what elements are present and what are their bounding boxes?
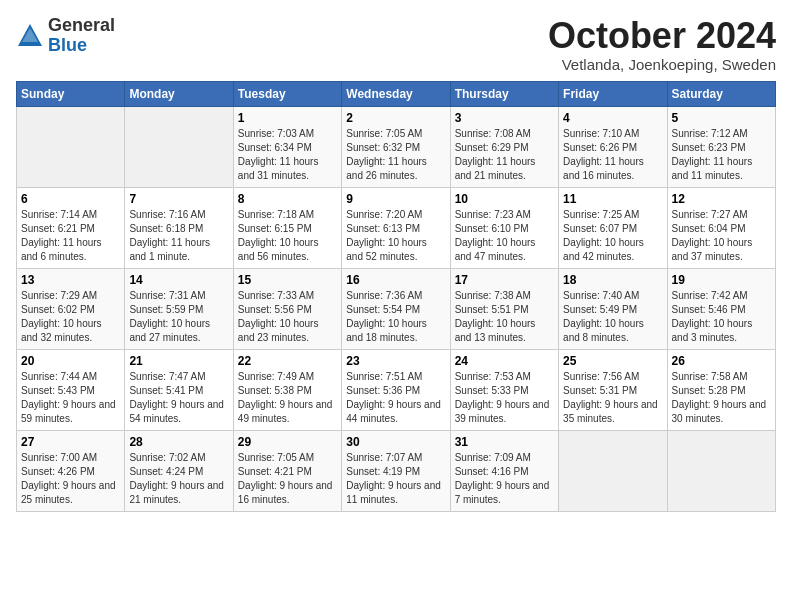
- day-info: Sunrise: 7:05 AM Sunset: 6:32 PM Dayligh…: [346, 127, 445, 183]
- weekday-header-monday: Monday: [125, 81, 233, 106]
- day-info: Sunrise: 7:36 AM Sunset: 5:54 PM Dayligh…: [346, 289, 445, 345]
- day-info: Sunrise: 7:09 AM Sunset: 4:16 PM Dayligh…: [455, 451, 554, 507]
- calendar-cell: 9Sunrise: 7:20 AM Sunset: 6:13 PM Daylig…: [342, 187, 450, 268]
- page-header: General Blue October 2024 Vetlanda, Joen…: [16, 16, 776, 73]
- calendar-cell: 6Sunrise: 7:14 AM Sunset: 6:21 PM Daylig…: [17, 187, 125, 268]
- calendar-week-row: 6Sunrise: 7:14 AM Sunset: 6:21 PM Daylig…: [17, 187, 776, 268]
- day-number: 24: [455, 354, 554, 368]
- location-subtitle: Vetlanda, Joenkoeping, Sweden: [548, 56, 776, 73]
- calendar-cell: 27Sunrise: 7:00 AM Sunset: 4:26 PM Dayli…: [17, 430, 125, 511]
- day-info: Sunrise: 7:27 AM Sunset: 6:04 PM Dayligh…: [672, 208, 771, 264]
- day-info: Sunrise: 7:08 AM Sunset: 6:29 PM Dayligh…: [455, 127, 554, 183]
- day-info: Sunrise: 7:53 AM Sunset: 5:33 PM Dayligh…: [455, 370, 554, 426]
- day-number: 29: [238, 435, 337, 449]
- month-title: October 2024: [548, 16, 776, 56]
- calendar-table: SundayMondayTuesdayWednesdayThursdayFrid…: [16, 81, 776, 512]
- day-number: 15: [238, 273, 337, 287]
- calendar-cell: 13Sunrise: 7:29 AM Sunset: 6:02 PM Dayli…: [17, 268, 125, 349]
- day-info: Sunrise: 7:29 AM Sunset: 6:02 PM Dayligh…: [21, 289, 120, 345]
- day-number: 28: [129, 435, 228, 449]
- day-info: Sunrise: 7:56 AM Sunset: 5:31 PM Dayligh…: [563, 370, 662, 426]
- day-number: 12: [672, 192, 771, 206]
- day-info: Sunrise: 7:31 AM Sunset: 5:59 PM Dayligh…: [129, 289, 228, 345]
- calendar-body: 1Sunrise: 7:03 AM Sunset: 6:34 PM Daylig…: [17, 106, 776, 511]
- calendar-cell: 16Sunrise: 7:36 AM Sunset: 5:54 PM Dayli…: [342, 268, 450, 349]
- day-number: 6: [21, 192, 120, 206]
- weekday-header-sunday: Sunday: [17, 81, 125, 106]
- calendar-cell: 26Sunrise: 7:58 AM Sunset: 5:28 PM Dayli…: [667, 349, 775, 430]
- calendar-cell: 1Sunrise: 7:03 AM Sunset: 6:34 PM Daylig…: [233, 106, 341, 187]
- calendar-cell: [667, 430, 775, 511]
- calendar-cell: 20Sunrise: 7:44 AM Sunset: 5:43 PM Dayli…: [17, 349, 125, 430]
- day-number: 9: [346, 192, 445, 206]
- day-info: Sunrise: 7:03 AM Sunset: 6:34 PM Dayligh…: [238, 127, 337, 183]
- day-info: Sunrise: 7:12 AM Sunset: 6:23 PM Dayligh…: [672, 127, 771, 183]
- day-number: 13: [21, 273, 120, 287]
- logo: General Blue: [16, 16, 115, 56]
- weekday-header-saturday: Saturday: [667, 81, 775, 106]
- day-number: 22: [238, 354, 337, 368]
- logo-text: General Blue: [48, 16, 115, 56]
- weekday-header-row: SundayMondayTuesdayWednesdayThursdayFrid…: [17, 81, 776, 106]
- day-info: Sunrise: 7:20 AM Sunset: 6:13 PM Dayligh…: [346, 208, 445, 264]
- calendar-week-row: 13Sunrise: 7:29 AM Sunset: 6:02 PM Dayli…: [17, 268, 776, 349]
- weekday-header-wednesday: Wednesday: [342, 81, 450, 106]
- calendar-cell: 18Sunrise: 7:40 AM Sunset: 5:49 PM Dayli…: [559, 268, 667, 349]
- calendar-cell: [559, 430, 667, 511]
- calendar-cell: 4Sunrise: 7:10 AM Sunset: 6:26 PM Daylig…: [559, 106, 667, 187]
- day-number: 1: [238, 111, 337, 125]
- calendar-cell: 2Sunrise: 7:05 AM Sunset: 6:32 PM Daylig…: [342, 106, 450, 187]
- calendar-cell: 7Sunrise: 7:16 AM Sunset: 6:18 PM Daylig…: [125, 187, 233, 268]
- calendar-header: SundayMondayTuesdayWednesdayThursdayFrid…: [17, 81, 776, 106]
- day-info: Sunrise: 7:14 AM Sunset: 6:21 PM Dayligh…: [21, 208, 120, 264]
- day-info: Sunrise: 7:58 AM Sunset: 5:28 PM Dayligh…: [672, 370, 771, 426]
- day-number: 2: [346, 111, 445, 125]
- calendar-week-row: 27Sunrise: 7:00 AM Sunset: 4:26 PM Dayli…: [17, 430, 776, 511]
- day-info: Sunrise: 7:33 AM Sunset: 5:56 PM Dayligh…: [238, 289, 337, 345]
- weekday-header-tuesday: Tuesday: [233, 81, 341, 106]
- calendar-cell: 12Sunrise: 7:27 AM Sunset: 6:04 PM Dayli…: [667, 187, 775, 268]
- calendar-cell: 8Sunrise: 7:18 AM Sunset: 6:15 PM Daylig…: [233, 187, 341, 268]
- weekday-header-thursday: Thursday: [450, 81, 558, 106]
- day-number: 23: [346, 354, 445, 368]
- day-number: 17: [455, 273, 554, 287]
- day-number: 4: [563, 111, 662, 125]
- logo-icon: [16, 22, 44, 50]
- day-info: Sunrise: 7:42 AM Sunset: 5:46 PM Dayligh…: [672, 289, 771, 345]
- day-number: 5: [672, 111, 771, 125]
- day-number: 11: [563, 192, 662, 206]
- day-info: Sunrise: 7:49 AM Sunset: 5:38 PM Dayligh…: [238, 370, 337, 426]
- day-info: Sunrise: 7:00 AM Sunset: 4:26 PM Dayligh…: [21, 451, 120, 507]
- calendar-cell: 17Sunrise: 7:38 AM Sunset: 5:51 PM Dayli…: [450, 268, 558, 349]
- calendar-cell: 22Sunrise: 7:49 AM Sunset: 5:38 PM Dayli…: [233, 349, 341, 430]
- calendar-cell: 14Sunrise: 7:31 AM Sunset: 5:59 PM Dayli…: [125, 268, 233, 349]
- day-number: 7: [129, 192, 228, 206]
- day-number: 21: [129, 354, 228, 368]
- day-info: Sunrise: 7:02 AM Sunset: 4:24 PM Dayligh…: [129, 451, 228, 507]
- day-info: Sunrise: 7:05 AM Sunset: 4:21 PM Dayligh…: [238, 451, 337, 507]
- calendar-cell: 31Sunrise: 7:09 AM Sunset: 4:16 PM Dayli…: [450, 430, 558, 511]
- calendar-cell: 23Sunrise: 7:51 AM Sunset: 5:36 PM Dayli…: [342, 349, 450, 430]
- day-info: Sunrise: 7:10 AM Sunset: 6:26 PM Dayligh…: [563, 127, 662, 183]
- calendar-cell: [125, 106, 233, 187]
- calendar-cell: 21Sunrise: 7:47 AM Sunset: 5:41 PM Dayli…: [125, 349, 233, 430]
- title-block: October 2024 Vetlanda, Joenkoeping, Swed…: [548, 16, 776, 73]
- calendar-cell: 15Sunrise: 7:33 AM Sunset: 5:56 PM Dayli…: [233, 268, 341, 349]
- calendar-cell: 11Sunrise: 7:25 AM Sunset: 6:07 PM Dayli…: [559, 187, 667, 268]
- day-number: 25: [563, 354, 662, 368]
- day-number: 10: [455, 192, 554, 206]
- weekday-header-friday: Friday: [559, 81, 667, 106]
- calendar-cell: 28Sunrise: 7:02 AM Sunset: 4:24 PM Dayli…: [125, 430, 233, 511]
- calendar-cell: 30Sunrise: 7:07 AM Sunset: 4:19 PM Dayli…: [342, 430, 450, 511]
- day-info: Sunrise: 7:23 AM Sunset: 6:10 PM Dayligh…: [455, 208, 554, 264]
- day-number: 31: [455, 435, 554, 449]
- day-info: Sunrise: 7:38 AM Sunset: 5:51 PM Dayligh…: [455, 289, 554, 345]
- calendar-cell: 29Sunrise: 7:05 AM Sunset: 4:21 PM Dayli…: [233, 430, 341, 511]
- day-info: Sunrise: 7:47 AM Sunset: 5:41 PM Dayligh…: [129, 370, 228, 426]
- calendar-cell: 5Sunrise: 7:12 AM Sunset: 6:23 PM Daylig…: [667, 106, 775, 187]
- day-info: Sunrise: 7:18 AM Sunset: 6:15 PM Dayligh…: [238, 208, 337, 264]
- day-number: 8: [238, 192, 337, 206]
- calendar-week-row: 20Sunrise: 7:44 AM Sunset: 5:43 PM Dayli…: [17, 349, 776, 430]
- calendar-cell: 19Sunrise: 7:42 AM Sunset: 5:46 PM Dayli…: [667, 268, 775, 349]
- day-number: 20: [21, 354, 120, 368]
